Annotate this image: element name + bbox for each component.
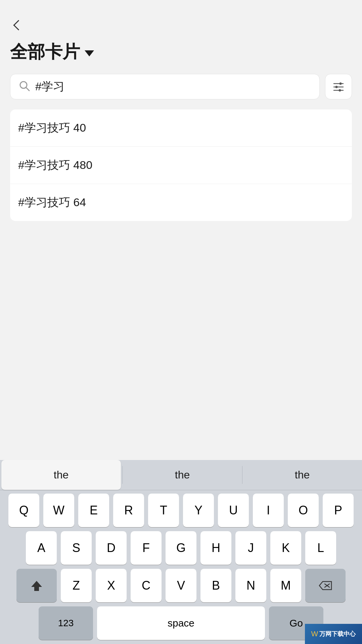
key-B[interactable]: B — [200, 569, 231, 602]
key-U[interactable]: U — [218, 494, 249, 527]
key-P[interactable]: P — [323, 494, 354, 527]
watermark-logo: W — [311, 630, 318, 638]
suggestion-3[interactable]: the — [242, 460, 362, 490]
key-Y[interactable]: Y — [183, 494, 214, 527]
result-item-1[interactable]: #学习技巧 40 — [10, 109, 352, 147]
key-X[interactable]: X — [96, 569, 127, 602]
suggestion-label-1: the — [54, 469, 69, 481]
search-icon — [18, 80, 31, 93]
key-space[interactable]: space — [97, 606, 265, 640]
key-shift[interactable] — [16, 569, 57, 602]
filter-button[interactable] — [325, 74, 352, 99]
watermark-label: 万网下载中心 — [319, 630, 356, 638]
key-row-3: Z X C V B N M — [3, 569, 359, 602]
search-box[interactable] — [10, 74, 320, 99]
key-123[interactable]: 123 — [39, 606, 93, 640]
key-M[interactable]: M — [270, 569, 301, 602]
suggestion-1[interactable]: the — [1, 460, 121, 490]
key-H[interactable]: H — [200, 531, 231, 565]
key-F[interactable]: F — [131, 531, 162, 565]
result-label-3: #学习技巧 64 — [18, 195, 86, 210]
suggestion-label-2: the — [175, 469, 190, 481]
page-title: 全部卡片 — [10, 40, 80, 64]
shift-icon — [30, 579, 43, 592]
key-A[interactable]: A — [26, 531, 57, 565]
key-K[interactable]: K — [270, 531, 301, 565]
key-Z[interactable]: Z — [61, 569, 92, 602]
key-T[interactable]: T — [148, 494, 179, 527]
back-button[interactable] — [10, 17, 27, 34]
key-E[interactable]: E — [78, 494, 109, 527]
suggestions-bar: the the the — [0, 460, 362, 490]
key-N[interactable]: N — [235, 569, 266, 602]
results-list: #学习技巧 40 #学习技巧 480 #学习技巧 64 — [10, 109, 352, 221]
search-row — [10, 74, 352, 99]
dropdown-arrow-icon[interactable] — [85, 50, 94, 56]
key-V[interactable]: V — [166, 569, 196, 602]
key-123-label: 123 — [58, 618, 74, 629]
result-label-1: #学习技巧 40 — [18, 120, 86, 136]
key-L[interactable]: L — [305, 531, 336, 565]
key-Q[interactable]: Q — [8, 494, 39, 527]
svg-point-5 — [335, 86, 338, 88]
suggestion-2[interactable]: the — [123, 460, 242, 490]
watermark: W 万网下载中心 — [305, 624, 362, 644]
keyboard: the the the Q W E R T Y U I O P A S D — [0, 460, 362, 644]
search-input[interactable] — [35, 80, 311, 93]
result-item-2[interactable]: #学习技巧 480 — [10, 147, 352, 184]
key-D[interactable]: D — [96, 531, 127, 565]
key-delete[interactable] — [305, 569, 346, 602]
filter-icon — [332, 81, 345, 93]
delete-icon — [318, 580, 333, 591]
key-G[interactable]: G — [166, 531, 196, 565]
svg-line-1 — [26, 87, 29, 91]
back-chevron-icon — [13, 20, 24, 30]
key-R[interactable]: R — [113, 494, 144, 527]
result-item-3[interactable]: #学习技巧 64 — [10, 184, 352, 221]
key-J[interactable]: J — [235, 531, 266, 565]
suggestion-label-3: the — [295, 469, 310, 481]
key-C[interactable]: C — [131, 569, 162, 602]
svg-marker-8 — [31, 581, 42, 591]
key-row-1: Q W E R T Y U I O P — [3, 494, 359, 527]
svg-point-3 — [340, 83, 342, 85]
title-row: 全部卡片 — [10, 40, 352, 64]
key-S[interactable]: S — [61, 531, 92, 565]
key-space-label: space — [168, 617, 194, 629]
svg-point-7 — [339, 89, 341, 92]
key-W[interactable]: W — [43, 494, 74, 527]
key-O[interactable]: O — [288, 494, 319, 527]
key-I[interactable]: I — [253, 494, 284, 527]
result-label-2: #学习技巧 480 — [18, 157, 92, 173]
key-row-2: A S D F G H J K L — [3, 531, 359, 565]
key-go-label: Go — [289, 617, 303, 629]
keyboard-keys: Q W E R T Y U I O P A S D F G H J K L — [0, 490, 362, 644]
